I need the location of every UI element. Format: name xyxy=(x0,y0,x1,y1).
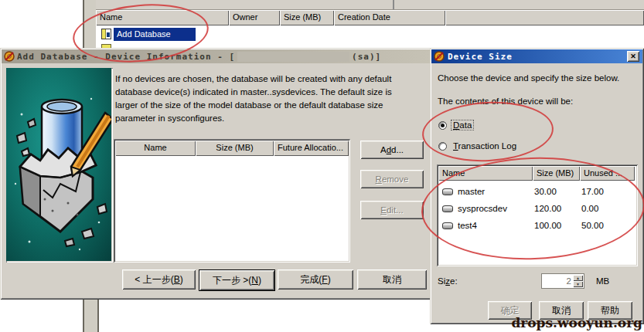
back-button[interactable]: < 上一步(B) xyxy=(122,269,196,290)
wizard-artwork xyxy=(6,68,113,263)
column-header-name[interactable]: Name xyxy=(115,141,196,156)
add-database-wizard-dialog: Add Database - Device Information - [ (s… xyxy=(0,48,431,300)
broken-rock-database-illustration xyxy=(6,68,111,261)
size-unit-label: MB xyxy=(596,276,609,286)
column-header-creation-date[interactable]: Creation Date xyxy=(334,10,445,25)
instruction-text: Choose the device and specify the size b… xyxy=(438,73,619,83)
column-header-filler xyxy=(445,10,644,25)
column-header-future-allocation[interactable]: Future Allocatio... xyxy=(274,141,349,156)
finish-button[interactable]: 完成(F) xyxy=(278,269,353,290)
close-icon[interactable]: ✕ xyxy=(627,51,639,62)
column-header-owner[interactable]: Owner xyxy=(229,10,280,25)
size-label: Size: xyxy=(438,276,458,286)
remove-button[interactable]: Remove xyxy=(360,170,424,188)
add-button[interactable]: Add... xyxy=(360,141,424,159)
size-stepper[interactable]: 2 ▲ ▼ xyxy=(541,273,584,289)
spin-up-icon[interactable]: ▲ xyxy=(573,275,583,281)
divider xyxy=(393,0,394,9)
wizard-title-bar: Add Database - Device Information - [ (s… xyxy=(2,49,430,63)
device-size-title-bar: Device Size ✕ xyxy=(431,49,642,63)
wizard-icon xyxy=(434,51,445,62)
wizard-title-suffix: (sa)] xyxy=(352,52,381,62)
size-value: 2 xyxy=(567,276,571,286)
column-header-size[interactable]: Size (MB) xyxy=(280,10,334,25)
cancel-button[interactable]: 取消 xyxy=(357,269,427,290)
redacted-server-name xyxy=(237,52,349,62)
chosen-devices-table[interactable]: Name Size (MB) Future Allocatio... xyxy=(114,139,350,263)
spin-down-icon[interactable]: ▼ xyxy=(573,281,583,287)
column-header-size[interactable]: Size (MB) xyxy=(196,141,274,156)
dialog-title-text: Device Size xyxy=(448,52,513,62)
watermark-text: drops.wooyun.org xyxy=(511,315,642,330)
wizard-icon xyxy=(4,51,15,62)
next-button[interactable]: 下一步 >(N) xyxy=(199,269,275,291)
wizard-description: If no devices are chosen, the database w… xyxy=(115,73,426,125)
edit-button[interactable]: Edit... xyxy=(360,201,424,219)
